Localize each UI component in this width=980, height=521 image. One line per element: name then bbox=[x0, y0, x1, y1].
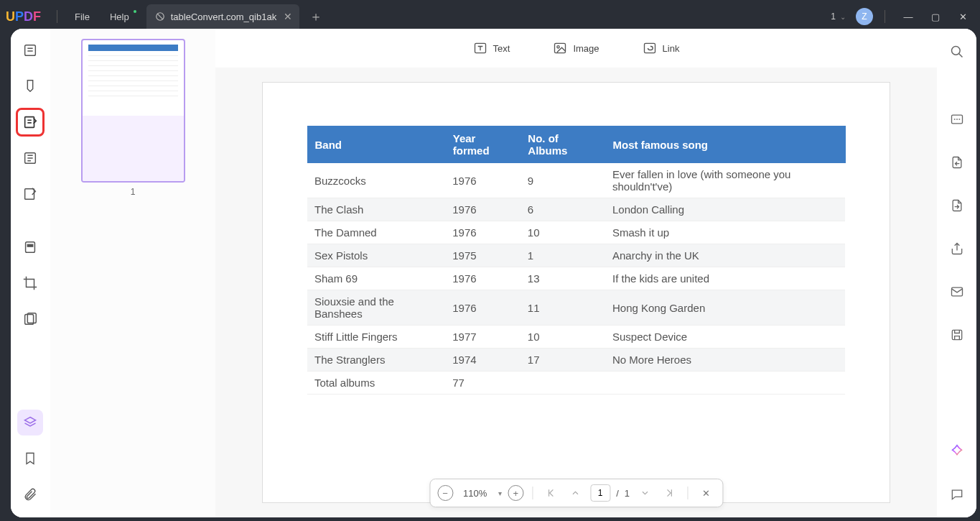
table-cell[interactable]: Hong Kong Garden bbox=[605, 290, 845, 326]
highlight-tool-icon[interactable] bbox=[17, 73, 43, 99]
zoom-out-button[interactable]: − bbox=[437, 485, 453, 501]
table-cell[interactable]: Suspect Device bbox=[605, 326, 845, 349]
table-cell[interactable]: Stiff Little Fingers bbox=[307, 326, 445, 349]
page-thumbnail[interactable] bbox=[81, 39, 185, 183]
table-cell[interactable]: 1974 bbox=[445, 349, 521, 372]
table-cell[interactable]: 1976 bbox=[445, 267, 521, 290]
table-cell[interactable]: Ever fallen in love (with someone you sh… bbox=[605, 163, 845, 198]
watermark-tool-icon[interactable] bbox=[17, 306, 43, 332]
first-page-button[interactable] bbox=[541, 484, 560, 502]
ocr-icon[interactable] bbox=[944, 106, 970, 132]
thumbnail-panel: 1 bbox=[50, 29, 215, 517]
table-cell[interactable]: The Stranglers bbox=[307, 349, 445, 372]
table-cell[interactable]: Siouxsie and the Banshees bbox=[307, 290, 445, 326]
menu-help[interactable]: Help bbox=[100, 7, 139, 27]
maximize-button[interactable]: ▢ bbox=[924, 5, 947, 28]
table-cell[interactable]: 1975 bbox=[445, 244, 521, 267]
table-cell[interactable]: Sex Pistols bbox=[307, 244, 445, 267]
page-viewport[interactable]: Band Year formed No. of Albums Most famo… bbox=[215, 68, 937, 517]
ai-assistant-icon[interactable] bbox=[944, 438, 970, 464]
table-cell[interactable]: The Damned bbox=[307, 221, 445, 244]
minimize-button[interactable]: — bbox=[897, 5, 920, 28]
window-count[interactable]: 1⌄ bbox=[831, 11, 846, 22]
thumbnail-page-number: 1 bbox=[131, 187, 136, 197]
email-icon[interactable] bbox=[944, 279, 970, 305]
table-cell[interactable]: 1976 bbox=[445, 163, 521, 198]
share-icon[interactable] bbox=[944, 236, 970, 262]
compress-icon[interactable] bbox=[944, 193, 970, 218]
table-cell[interactable]: 1977 bbox=[445, 326, 521, 349]
layers-icon[interactable] bbox=[17, 410, 43, 435]
export-icon[interactable] bbox=[944, 149, 970, 175]
col-header: Most famous song bbox=[605, 126, 845, 163]
table-cell[interactable]: Total albums bbox=[307, 372, 445, 395]
table-cell[interactable]: 1976 bbox=[445, 221, 521, 244]
add-image-button[interactable]: Image bbox=[553, 41, 599, 55]
table-cell[interactable]: Sham 69 bbox=[307, 267, 445, 290]
prev-page-button[interactable] bbox=[566, 484, 584, 502]
attachment-icon[interactable] bbox=[17, 481, 43, 507]
close-bar-button[interactable]: ✕ bbox=[696, 484, 715, 502]
table-cell[interactable] bbox=[521, 372, 605, 395]
table-cell[interactable]: Buzzcocks bbox=[307, 163, 445, 198]
table-row: Stiff Little Fingers197710Suspect Device bbox=[307, 326, 845, 349]
table-row: Sex Pistols19751Anarchy in the UK bbox=[307, 244, 845, 267]
add-link-button[interactable]: Link bbox=[643, 41, 680, 55]
search-icon[interactable] bbox=[944, 39, 970, 65]
user-avatar[interactable]: Z bbox=[856, 8, 873, 25]
zoom-dropdown-icon[interactable]: ▾ bbox=[498, 489, 502, 497]
table-row: Buzzcocks19769Ever fallen in love (with … bbox=[307, 163, 845, 198]
table-cell[interactable]: No More Heroes bbox=[605, 349, 845, 372]
menu-file[interactable]: File bbox=[65, 7, 100, 27]
table-cell[interactable]: 1 bbox=[521, 244, 605, 267]
table-cell[interactable]: 1976 bbox=[445, 290, 521, 326]
content-area: 1 Text Image Link Band Year forme bbox=[11, 29, 976, 517]
pdf-page[interactable]: Band Year formed No. of Albums Most famo… bbox=[262, 82, 890, 503]
page-separator: / bbox=[616, 488, 619, 499]
form-tool-icon[interactable] bbox=[17, 181, 43, 207]
main-viewer: Text Image Link Band Year formed No. of … bbox=[215, 29, 937, 517]
edit-toolbar: Text Image Link bbox=[215, 29, 937, 68]
table-cell[interactable]: 1976 bbox=[445, 198, 521, 221]
divider bbox=[57, 10, 57, 23]
table-cell[interactable]: 6 bbox=[521, 198, 605, 221]
last-page-button[interactable] bbox=[660, 484, 678, 502]
svg-rect-6 bbox=[27, 244, 32, 246]
table-cell[interactable]: 17 bbox=[521, 349, 605, 372]
add-text-button[interactable]: Text bbox=[473, 41, 510, 55]
table-cell[interactable]: London Calling bbox=[605, 198, 845, 221]
zoom-value[interactable]: 110% bbox=[459, 488, 491, 499]
add-tab-button[interactable]: ＋ bbox=[309, 8, 322, 25]
save-icon[interactable] bbox=[944, 322, 970, 348]
col-header: No. of Albums bbox=[521, 126, 605, 163]
bookmark-icon[interactable] bbox=[17, 446, 43, 471]
edit-tool-icon[interactable] bbox=[17, 109, 43, 135]
table-cell[interactable] bbox=[605, 372, 845, 395]
doc-icon bbox=[155, 11, 165, 22]
table-cell[interactable]: Smash it up bbox=[605, 221, 845, 244]
next-page-button[interactable] bbox=[635, 484, 654, 502]
table-cell[interactable]: 10 bbox=[521, 326, 605, 349]
right-toolbar bbox=[937, 29, 976, 517]
table-cell[interactable]: 10 bbox=[521, 221, 605, 244]
svg-rect-10 bbox=[555, 43, 566, 52]
page-number-input[interactable] bbox=[590, 484, 610, 502]
organize-tool-icon[interactable] bbox=[17, 145, 43, 171]
comment-icon[interactable] bbox=[944, 481, 970, 507]
crop-tool-icon[interactable] bbox=[17, 270, 43, 296]
page-total: 1 bbox=[625, 488, 630, 499]
reader-tool-icon[interactable] bbox=[17, 37, 43, 63]
zoom-in-button[interactable]: + bbox=[508, 485, 523, 501]
redact-tool-icon[interactable] bbox=[17, 234, 43, 260]
table-cell[interactable]: 77 bbox=[445, 372, 521, 395]
table-cell[interactable]: 9 bbox=[521, 163, 605, 198]
table-cell[interactable]: The Clash bbox=[307, 198, 445, 221]
table-cell[interactable]: 11 bbox=[521, 290, 605, 326]
close-button[interactable]: ✕ bbox=[951, 5, 974, 28]
tab-close-icon[interactable]: ✕ bbox=[284, 11, 292, 22]
divider bbox=[885, 10, 885, 23]
table-cell[interactable]: If the kids are united bbox=[605, 267, 845, 290]
table-cell[interactable]: Anarchy in the UK bbox=[605, 244, 845, 267]
table-cell[interactable]: 13 bbox=[521, 267, 605, 290]
document-tab[interactable]: tableConvert.com_qib1ak ✕ bbox=[146, 4, 299, 29]
